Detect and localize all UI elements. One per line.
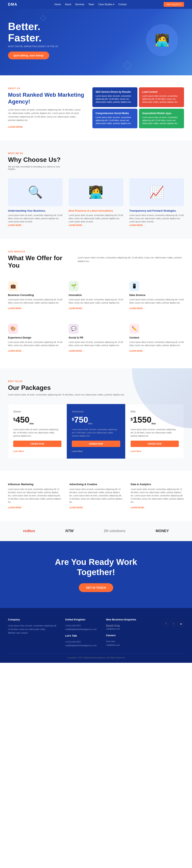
hero-cta-button[interactable]: Quit talking, start doing! — [8, 52, 49, 59]
services-header-left: What We Offer for You — [8, 254, 70, 269]
why-section: WHAT WE DO Why Choose Us? We are fully c… — [0, 140, 192, 239]
package-elite-learn-more[interactable]: Learn More — [131, 450, 141, 453]
partners-section: redbox NTW 2N solutions MONEY — [0, 521, 192, 541]
footer-company-title: Company — [8, 618, 57, 621]
youtube-icon[interactable]: ▶ — [179, 621, 184, 627]
about-label: ABOUT US — [8, 87, 84, 90]
extra-influencer-link[interactable]: LEARN MORE — [8, 506, 24, 509]
nav-contact[interactable]: Contact — [118, 3, 127, 6]
content-title: Content — [129, 336, 184, 339]
package-advanced-cta[interactable]: ORDER NOW — [72, 441, 120, 447]
extra-influencer-title: Influencer Marketing — [8, 483, 61, 486]
about-card-lead: Lead Content Lorem ipsum dolor sit amet,… — [139, 87, 184, 107]
innovation-title: Innovation — [68, 293, 123, 297]
services-section: OUR SERVICES What We Offer for You Lorem… — [0, 239, 192, 368]
data-science-link[interactable]: LEARN MORE — [129, 307, 145, 310]
cta-banner: Are You Ready Work Together! GET IN TOUC… — [0, 541, 192, 608]
extra-services-grid: Influencer Marketing Lorem ipsum dolor s… — [8, 483, 184, 509]
hero-illustration: 🧑‍💻 — [140, 24, 184, 56]
why-card-1-body: Lorem ipsum dolor sit amet, consectetur … — [8, 214, 63, 223]
social-title: Social & PR — [68, 336, 123, 339]
service-item-social: 💬 Social & PR Lorem ipsum dolor sit amet… — [68, 320, 123, 356]
why-card-3: 📈 Transparency and Forward Strategies. L… — [129, 178, 184, 226]
why-card-3-title: Transparency and Forward Strategies. — [129, 209, 184, 212]
package-starter-name: Starter — [13, 410, 61, 413]
cta-title-line1: Are You Ready Work — [55, 557, 137, 567]
why-card-1-link[interactable]: LEARN MORE — [8, 224, 24, 226]
why-title: Why Choose Us? — [8, 156, 184, 163]
cta-get-in-touch-button[interactable]: GET IN TOUCH — [79, 583, 113, 592]
why-card-2-link[interactable]: LEARN MORE — [68, 224, 85, 226]
package-advanced-price: $750/mo — [72, 415, 120, 425]
nav-team[interactable]: Team — [88, 3, 94, 6]
social-link[interactable]: LEARN MORE — [68, 350, 85, 352]
service-item-innovation: 🌱 Innovation Lorem ipsum dolor sit amet,… — [68, 277, 123, 314]
content-link[interactable]: LEARN MORE — [129, 350, 145, 352]
innovation-body: Lorem ipsum dolor sit amet, consectetur … — [68, 298, 123, 305]
footer-business-col: New Business Enquiries David Gray mail@d… — [106, 618, 155, 647]
services-header: What We Offer for You Lorem ipsum dolor … — [8, 254, 184, 269]
package-advanced-name: Advanced — [72, 410, 120, 413]
partner-redbox: redbox — [23, 529, 35, 533]
why-card-1-title: Understanding Your Business. — [8, 209, 63, 212]
footer: Company Lorem ipsum dolor sit amet, cons… — [0, 608, 192, 663]
package-advanced-learn-more[interactable]: Learn More — [72, 450, 83, 453]
why-card-3-body: Lorem ipsum dolor sit amet, consectetur … — [129, 214, 184, 223]
package-starter-cta[interactable]: ORDER NOW — [13, 441, 61, 447]
extra-analytics-link[interactable]: LEARN MORE — [131, 506, 146, 509]
extra-advertising-body: Lorem ipsum dolor sit amet, consectetur … — [70, 488, 123, 504]
innovation-link[interactable]: LEARN MORE — [68, 307, 85, 310]
extra-advertising-link[interactable]: LEARN MORE — [70, 506, 85, 509]
experience-link[interactable]: LEARN MORE — [8, 350, 24, 352]
partner-2n: 2N solutions — [104, 529, 126, 533]
hero-title-line1: Better. — [8, 21, 40, 32]
hero-title-line2: Faster. — [8, 32, 42, 43]
about-learn-more[interactable]: LEARN MORE — [8, 126, 23, 128]
service-item-consulting: 💼 Business Consulting Lorem ipsum dolor … — [8, 277, 63, 314]
footer-contact-email[interactable]: mail@dma.com — [106, 627, 155, 631]
cta-title-line2: Together! — [77, 567, 115, 577]
why-card-3-link[interactable]: LEARN MORE — [129, 224, 145, 226]
nav-about[interactable]: About — [65, 3, 71, 6]
extra-services-section: Influencer Marketing Lorem ipsum dolor s… — [0, 471, 192, 521]
nav-services[interactable]: Services — [75, 3, 84, 6]
about-card-mobile-body: Lorem ipsum dolor sit amet, consectetur … — [142, 116, 181, 125]
footer-company-text: Lorem ipsum dolor sit amet, consectetur … — [8, 624, 57, 631]
partner-money: MONEY — [156, 529, 169, 533]
why-grid: 🔍 Understanding Your Business. Lorem ips… — [8, 178, 184, 226]
footer-uk-title: United Kingdom — [65, 618, 98, 621]
footer-uk-col: United Kingdom +44 (0) 345-5678 mail@dig… — [65, 618, 98, 647]
experience-icon: 🎨 — [8, 324, 18, 334]
footer-careers-email[interactable]: mail@dma.com — [106, 643, 155, 647]
social-icon: 💬 — [68, 324, 79, 334]
package-starter-learn-more[interactable]: Learn More — [13, 450, 24, 453]
why-card-1: 🔍 Understanding Your Business. Lorem ips… — [8, 178, 63, 226]
footer-talk-email[interactable]: mail@digitalmarketingagency.co.uk — [65, 644, 98, 647]
footer-copyright: Copyright © 2021 Digital Marketing Agenc… — [67, 657, 125, 659]
extra-influencer: Influencer Marketing Lorem ipsum dolor s… — [8, 483, 61, 509]
hero-circle: 🧑‍💻 — [146, 24, 178, 56]
about-section: ABOUT US Most Ranked Web Marketing Agenc… — [0, 75, 192, 140]
consulting-body: Lorem ipsum dolor sit amet, consectetur … — [8, 298, 63, 305]
about-title: Most Ranked Web Marketing Agency! — [8, 92, 84, 105]
consulting-link[interactable]: LEARN MORE — [8, 307, 24, 310]
nav-home[interactable]: Home — [54, 3, 61, 6]
footer-company-col: Company Lorem ipsum dolor sit amet, cons… — [8, 618, 57, 647]
nav-links: Home About Services Team Case Studies ▾ … — [54, 3, 127, 6]
about-card-seo-body: Lorem ipsum dolor sit amet, consectetur … — [95, 94, 134, 103]
why-illustration-2: 👩‍💻 — [68, 178, 123, 206]
why-illustration-3: 📈 — [129, 178, 184, 206]
nav-case-studies[interactable]: Case Studies ▾ — [98, 3, 114, 6]
footer-social-col: f t ▶ — [163, 618, 184, 647]
footer-careers-link[interactable]: Click Here — [106, 640, 155, 643]
twitter-icon[interactable]: t — [171, 621, 176, 627]
navigation: DMA Home About Services Team Case Studie… — [0, 0, 192, 9]
nav-cta-button[interactable]: GET A QUOTE — [164, 2, 184, 7]
facebook-icon[interactable]: f — [163, 621, 169, 627]
about-card-seo-title: SEO Service Driven by Results — [95, 91, 134, 93]
package-elite-cta[interactable]: ORDER NOW — [131, 441, 179, 447]
why-label: WHAT WE DO — [8, 152, 184, 154]
footer-uk-email[interactable]: mail@digitalmarketingagency.co.uk — [65, 628, 98, 631]
footer-talk-phone[interactable]: +44 (0) 345-5678 — [65, 640, 98, 644]
footer-uk-phone[interactable]: +44 (0) 345-5678 — [65, 624, 98, 628]
